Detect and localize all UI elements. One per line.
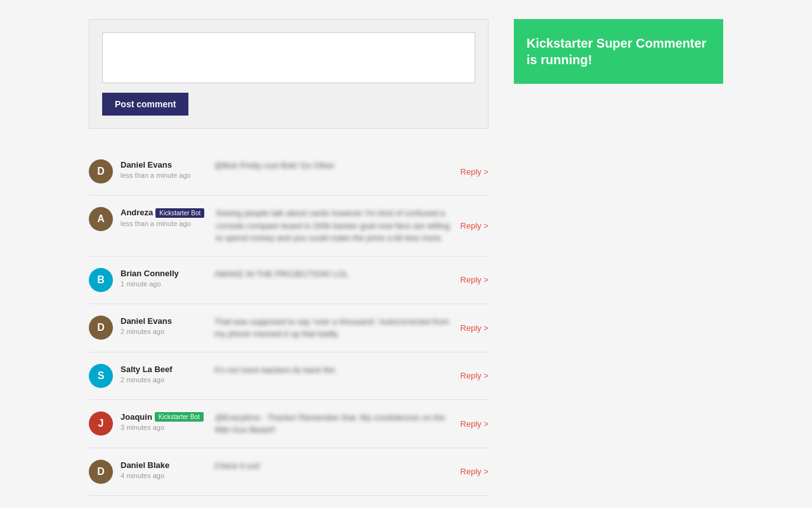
comment-item: BBrian Connelly1 minute agoAWAKE IN THE …: [89, 257, 488, 304]
reply-button[interactable]: Reply >: [461, 323, 488, 333]
comment-time: 3 minutes ago: [121, 424, 204, 431]
comment-meta: AndrezaKickstarter Botless than a minute…: [121, 207, 204, 227]
avatar: S: [89, 364, 113, 388]
comment-author: Brian Connelly: [121, 269, 179, 278]
comment-author: Salty La Beef: [121, 364, 173, 374]
post-comment-button[interactable]: Post comment: [102, 93, 188, 116]
comment-badge: Kickstarter Bot: [155, 208, 204, 218]
avatar: J: [89, 411, 113, 436]
comment-item: SSalty La Beef2 minutes agoIt's not more…: [89, 352, 488, 400]
comment-meta: Brian Connelly1 minute ago: [121, 268, 203, 288]
comment-author: Joaquin: [121, 412, 152, 422]
sidebar: Kickstarter Super Commenter is running!: [514, 19, 723, 496]
comment-text: Check it out!: [214, 460, 450, 472]
comment-item: JJoaquinKickstarter Bot3 minutes ago@Eve…: [89, 400, 488, 448]
reply-button[interactable]: Reply >: [461, 275, 488, 284]
reply-button[interactable]: Reply >: [461, 467, 488, 476]
comment-form: Post comment: [89, 19, 488, 129]
comment-meta: Daniel Evansless than a minute ago: [121, 159, 203, 179]
comment-time: less than a minute ago: [121, 220, 204, 227]
comment-textarea[interactable]: [102, 32, 475, 83]
reply-button[interactable]: Reply >: [461, 419, 488, 429]
comment-author: Daniel Blake: [121, 460, 169, 470]
comment-author: Daniel Evans: [121, 160, 172, 170]
comment-meta: Salty La Beef2 minutes ago: [121, 364, 203, 384]
banner: Kickstarter Super Commenter is running!: [514, 19, 723, 84]
comment-time: 1 minute ago: [121, 280, 203, 288]
comment-item: AAndrezaKickstarter Botless than a minut…: [89, 196, 488, 257]
comment-meta: Daniel Evans2 minutes ago: [121, 316, 203, 335]
comment-text: @Everytime - Thanks! Remember that. My c…: [215, 411, 450, 436]
avatar: D: [89, 460, 113, 484]
avatar: D: [89, 159, 113, 184]
comment-time: 2 minutes ago: [121, 376, 203, 384]
comment-text: AWAKE IN THE PROJECTION! LOL: [214, 268, 450, 281]
reply-button[interactable]: Reply >: [461, 167, 488, 177]
comment-item: DDaniel Blake4 minutes agoCheck it out!R…: [89, 448, 488, 496]
comment-meta: Daniel Blake4 minutes ago: [121, 460, 203, 479]
comment-time: less than a minute ago: [121, 171, 203, 179]
comment-time: 4 minutes ago: [121, 472, 203, 479]
comment-badge: Kickstarter Bot: [155, 412, 204, 422]
comment-text: Seeing people talk about cards however I…: [216, 207, 450, 244]
comments-list: DDaniel Evansless than a minute ago@Bob …: [89, 148, 488, 496]
comment-time: 2 minutes ago: [121, 328, 203, 335]
comment-item: DDaniel Evans2 minutes agoThat was suppo…: [89, 304, 488, 352]
comment-text: It's not more backers its back fire.: [214, 364, 450, 377]
comment-author: Daniel Evans: [121, 316, 172, 326]
comment-text: @Bob Pretty cool Bob! Go Other.: [214, 159, 450, 172]
comment-author: Andreza: [121, 208, 153, 217]
comment-item: DDaniel Evansless than a minute ago@Bob …: [89, 148, 488, 196]
reply-button[interactable]: Reply >: [461, 371, 488, 380]
reply-button[interactable]: Reply >: [461, 221, 488, 231]
comment-text: That was supposed to say 'over a thousan…: [214, 316, 450, 340]
avatar: B: [89, 268, 113, 292]
avatar: D: [89, 316, 113, 340]
comment-meta: JoaquinKickstarter Bot3 minutes ago: [121, 411, 204, 432]
banner-text: Kickstarter Super Commenter is running!: [527, 36, 706, 67]
avatar: A: [89, 207, 113, 231]
